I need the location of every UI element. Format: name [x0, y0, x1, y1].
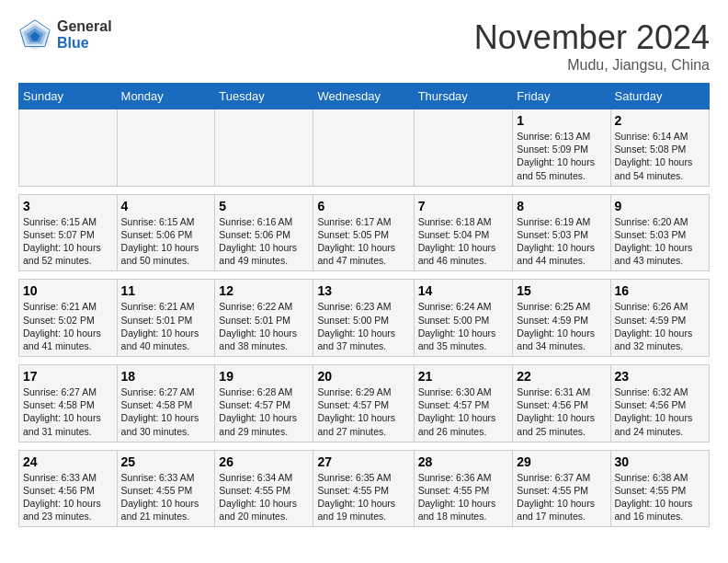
day-info: Sunrise: 6:27 AM Sunset: 4:58 PM Dayligh… — [23, 385, 113, 438]
calendar-cell: 18Sunrise: 6:27 AM Sunset: 4:58 PM Dayli… — [117, 365, 215, 442]
calendar-cell: 26Sunrise: 6:34 AM Sunset: 4:55 PM Dayli… — [215, 450, 313, 527]
calendar-cell: 27Sunrise: 6:35 AM Sunset: 4:55 PM Dayli… — [313, 450, 414, 527]
day-number: 15 — [517, 283, 606, 298]
day-info: Sunrise: 6:35 AM Sunset: 4:55 PM Dayligh… — [317, 471, 409, 523]
day-info: Sunrise: 6:13 AM Sunset: 5:09 PM Dayligh… — [517, 130, 606, 182]
day-info: Sunrise: 6:25 AM Sunset: 4:59 PM Dayligh… — [517, 300, 606, 352]
day-of-week-header: Tuesday — [215, 84, 313, 109]
day-info: Sunrise: 6:28 AM Sunset: 4:57 PM Dayligh… — [219, 385, 309, 438]
calendar-cell: 15Sunrise: 6:25 AM Sunset: 4:59 PM Dayli… — [513, 280, 610, 357]
logo-blue: Blue — [57, 35, 112, 52]
calendar-cell: 1Sunrise: 6:13 AM Sunset: 5:09 PM Daylig… — [513, 109, 610, 187]
day-number: 4 — [121, 199, 211, 213]
calendar-cell: 12Sunrise: 6:22 AM Sunset: 5:01 PM Dayli… — [215, 280, 313, 357]
calendar-cell: 29Sunrise: 6:37 AM Sunset: 4:55 PM Dayli… — [513, 450, 610, 527]
calendar-cell: 8Sunrise: 6:19 AM Sunset: 5:03 PM Daylig… — [513, 194, 610, 271]
week-row: 3Sunrise: 6:15 AM Sunset: 5:07 PM Daylig… — [19, 194, 710, 271]
day-info: Sunrise: 6:20 AM Sunset: 5:03 PM Dayligh… — [615, 215, 705, 268]
day-info: Sunrise: 6:33 AM Sunset: 4:56 PM Dayligh… — [23, 471, 113, 523]
week-spacer — [19, 442, 710, 450]
calendar-cell — [215, 109, 313, 187]
calendar-cell: 21Sunrise: 6:30 AM Sunset: 4:57 PM Dayli… — [414, 365, 513, 442]
day-of-week-header: Monday — [117, 84, 215, 109]
calendar-cell: 6Sunrise: 6:17 AM Sunset: 5:05 PM Daylig… — [313, 194, 414, 271]
day-number: 3 — [23, 199, 113, 213]
day-number: 21 — [418, 369, 509, 384]
week-spacer — [19, 186, 710, 194]
day-number: 29 — [517, 454, 606, 469]
calendar-cell: 20Sunrise: 6:29 AM Sunset: 4:57 PM Dayli… — [313, 365, 414, 442]
day-info: Sunrise: 6:27 AM Sunset: 4:58 PM Dayligh… — [121, 385, 211, 438]
calendar-cell: 9Sunrise: 6:20 AM Sunset: 5:03 PM Daylig… — [610, 194, 709, 271]
day-info: Sunrise: 6:21 AM Sunset: 5:02 PM Dayligh… — [23, 300, 113, 352]
logo-icon — [18, 18, 51, 52]
calendar-cell: 13Sunrise: 6:23 AM Sunset: 5:00 PM Dayli… — [313, 280, 414, 357]
day-number: 8 — [517, 199, 606, 213]
day-info: Sunrise: 6:38 AM Sunset: 4:55 PM Dayligh… — [615, 471, 705, 523]
day-number: 22 — [517, 369, 606, 384]
calendar-cell: 5Sunrise: 6:16 AM Sunset: 5:06 PM Daylig… — [215, 194, 313, 271]
day-number: 19 — [219, 369, 309, 384]
day-info: Sunrise: 6:18 AM Sunset: 5:04 PM Dayligh… — [418, 215, 509, 268]
day-info: Sunrise: 6:23 AM Sunset: 5:00 PM Dayligh… — [317, 300, 409, 352]
title-area: November 2024 Mudu, Jiangsu, China — [474, 18, 710, 74]
day-info: Sunrise: 6:15 AM Sunset: 5:06 PM Dayligh… — [121, 215, 211, 268]
day-number: 9 — [615, 199, 705, 213]
day-info: Sunrise: 6:29 AM Sunset: 4:57 PM Dayligh… — [317, 385, 409, 438]
day-info: Sunrise: 6:34 AM Sunset: 4:55 PM Dayligh… — [219, 471, 309, 523]
week-spacer — [19, 271, 710, 280]
calendar-cell: 14Sunrise: 6:24 AM Sunset: 5:00 PM Dayli… — [414, 280, 513, 357]
calendar-cell: 23Sunrise: 6:32 AM Sunset: 4:56 PM Dayli… — [610, 365, 709, 442]
day-info: Sunrise: 6:21 AM Sunset: 5:01 PM Dayligh… — [121, 300, 211, 352]
day-info: Sunrise: 6:22 AM Sunset: 5:01 PM Dayligh… — [219, 300, 309, 352]
day-number: 1 — [517, 113, 606, 128]
calendar-table: SundayMondayTuesdayWednesdayThursdayFrid… — [18, 83, 710, 527]
day-number: 6 — [317, 199, 409, 213]
day-info: Sunrise: 6:30 AM Sunset: 4:57 PM Dayligh… — [418, 385, 509, 438]
day-number: 18 — [121, 369, 211, 384]
day-info: Sunrise: 6:19 AM Sunset: 5:03 PM Dayligh… — [517, 215, 606, 268]
day-info: Sunrise: 6:31 AM Sunset: 4:56 PM Dayligh… — [517, 385, 606, 438]
day-number: 28 — [418, 454, 509, 469]
calendar-cell — [313, 109, 414, 187]
day-info: Sunrise: 6:24 AM Sunset: 5:00 PM Dayligh… — [418, 300, 509, 352]
day-number: 13 — [317, 283, 409, 298]
day-of-week-header: Wednesday — [313, 84, 414, 109]
day-number: 16 — [615, 283, 705, 298]
day-info: Sunrise: 6:37 AM Sunset: 4:55 PM Dayligh… — [517, 471, 606, 523]
calendar-cell: 19Sunrise: 6:28 AM Sunset: 4:57 PM Dayli… — [215, 365, 313, 442]
calendar-cell: 16Sunrise: 6:26 AM Sunset: 4:59 PM Dayli… — [610, 280, 709, 357]
calendar-cell: 3Sunrise: 6:15 AM Sunset: 5:07 PM Daylig… — [19, 194, 118, 271]
week-spacer — [19, 357, 710, 365]
calendar-cell: 10Sunrise: 6:21 AM Sunset: 5:02 PM Dayli… — [19, 280, 118, 357]
week-row: 24Sunrise: 6:33 AM Sunset: 4:56 PM Dayli… — [19, 450, 710, 527]
calendar-cell: 11Sunrise: 6:21 AM Sunset: 5:01 PM Dayli… — [117, 280, 215, 357]
day-number: 30 — [615, 454, 705, 469]
day-number: 20 — [317, 369, 409, 384]
day-info: Sunrise: 6:17 AM Sunset: 5:05 PM Dayligh… — [317, 215, 409, 268]
calendar-cell: 7Sunrise: 6:18 AM Sunset: 5:04 PM Daylig… — [414, 194, 513, 271]
page-header: General Blue November 2024 Mudu, Jiangsu… — [18, 18, 710, 74]
day-number: 23 — [615, 369, 705, 384]
day-info: Sunrise: 6:33 AM Sunset: 4:55 PM Dayligh… — [121, 471, 211, 523]
day-info: Sunrise: 6:16 AM Sunset: 5:06 PM Dayligh… — [219, 215, 309, 268]
day-number: 10 — [23, 283, 113, 298]
logo-text: General Blue — [57, 18, 112, 51]
day-of-week-header: Sunday — [19, 84, 118, 109]
day-number: 26 — [219, 454, 309, 469]
logo: General Blue — [18, 18, 112, 52]
location: Mudu, Jiangsu, China — [474, 57, 710, 74]
day-of-week-header: Friday — [513, 84, 610, 109]
calendar-cell: 30Sunrise: 6:38 AM Sunset: 4:55 PM Dayli… — [610, 450, 709, 527]
day-number: 27 — [317, 454, 409, 469]
day-number: 24 — [23, 454, 113, 469]
day-of-week-header: Saturday — [610, 84, 709, 109]
calendar-cell: 25Sunrise: 6:33 AM Sunset: 4:55 PM Dayli… — [117, 450, 215, 527]
week-row: 17Sunrise: 6:27 AM Sunset: 4:58 PM Dayli… — [19, 365, 710, 442]
logo-general: General — [57, 18, 112, 35]
day-number: 12 — [219, 283, 309, 298]
calendar-cell — [117, 109, 215, 187]
header-row: SundayMondayTuesdayWednesdayThursdayFrid… — [19, 84, 710, 109]
week-row: 10Sunrise: 6:21 AM Sunset: 5:02 PM Dayli… — [19, 280, 710, 357]
day-number: 5 — [219, 199, 309, 213]
